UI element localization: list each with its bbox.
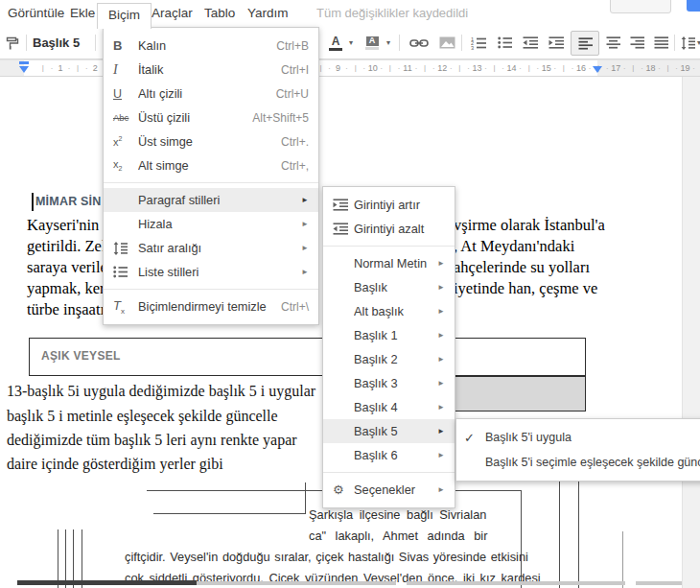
doc-paragraph-line[interactable]: , At Meydanı'ndaki	[454, 236, 574, 257]
menu-item-liste-stilleri[interactable]: Liste stilleri ►	[104, 260, 318, 284]
doc-paragraph-line[interactable]: vşirme olarak İstanbul'a	[454, 215, 605, 236]
superscript-icon: x2	[113, 135, 138, 148]
line-spacing-icon[interactable]	[679, 27, 696, 59]
menu-item-satir-araligi[interactable]: Satır aralığı ►	[104, 236, 318, 260]
ruler-tick: |	[319, 60, 321, 76]
menu-item-secenekler[interactable]: ⚙ Seçenekler ►	[323, 478, 455, 502]
menu-item-kalin[interactable]: B Kalın Ctrl+B	[104, 34, 318, 58]
align-center-icon[interactable]	[603, 27, 622, 59]
menu-item-baslik5-uygula[interactable]: ✓ Başlık 5'i uygula	[456, 425, 700, 450]
menu-item-ust-simge[interactable]: x2 Üst simge Ctrl+.	[104, 129, 318, 153]
numbered-list-icon[interactable]: 123	[469, 27, 488, 59]
doc-paragraph-line[interactable]: çiftçidir. Veysel'in doğduğu sıralar, çi…	[125, 550, 528, 564]
doc-paragraph-line[interactable]: başlık 5 i metinle eşleşecek şekilde gün…	[7, 407, 278, 426]
comments-button-fragment[interactable]	[610, 0, 671, 13]
doc-heading5-text[interactable]: MİMAR SİN	[35, 195, 101, 208]
align-justify-icon[interactable]	[651, 27, 670, 59]
ruler-number: 17	[611, 60, 620, 76]
menu-item-baslik[interactable]: Başlık ►	[323, 275, 455, 299]
ruler-dot: ·	[536, 60, 539, 76]
toolbar-divider	[95, 35, 96, 51]
menubar-item-tablo[interactable]: Tablo	[198, 0, 241, 27]
menu-item-alt-baslik[interactable]: Alt başlık ►	[323, 299, 455, 323]
submenu-arrow-icon: ►	[437, 283, 445, 292]
menu-item-baslik-2[interactable]: Başlık 2 ►	[323, 347, 455, 371]
doc-paragraph-line[interactable]: getirildi. Zel	[27, 236, 105, 257]
submenu-arrow-icon: ►	[437, 355, 445, 364]
submenu-arrow-icon: ►	[437, 259, 445, 268]
gear-icon: ⚙	[333, 482, 354, 497]
menu-item-girintiyi-azalt[interactable]: Girintiyi azalt	[323, 217, 455, 241]
doc-paragraph-line[interactable]: dediğimizde tüm başlık 5 leri aynı renkt…	[7, 431, 297, 450]
ruler-dot: ·	[467, 60, 470, 76]
menu-item-girintiyi-artir[interactable]: Girintiyi artır	[323, 193, 455, 217]
doc-paragraph-line[interactable]: türbe inşaatı	[27, 299, 105, 320]
share-button-fragment[interactable]	[687, 0, 700, 12]
ruler-tick: |	[389, 60, 391, 76]
save-status[interactable]: Tüm değişiklikler kaydedildi	[316, 0, 468, 27]
doc-paragraph-line[interactable]: yapmak, ker	[27, 278, 105, 299]
bullet-list-icon[interactable]	[495, 27, 514, 59]
list-styles-icon	[113, 266, 138, 278]
table-border-line	[153, 513, 306, 514]
doc-paragraph-line[interactable]: Şarkışla ilçesine bağlı Sivrialan	[309, 507, 486, 522]
table-border-line	[197, 581, 396, 585]
menubar-item-ekle[interactable]: Ekle	[64, 0, 101, 27]
insert-link-icon[interactable]	[407, 27, 432, 59]
align-left-icon[interactable]	[571, 31, 599, 56]
ruler-dot: ·	[345, 60, 348, 76]
menu-item-baslik-5[interactable]: Başlık 5 ►	[323, 419, 455, 443]
clear-format-icon: Tx	[113, 298, 138, 316]
table-border-line	[559, 478, 560, 588]
menu-item-baslik-6[interactable]: Başlık 6 ►	[323, 443, 455, 467]
doc-paragraph-line[interactable]: 13-başlık 5i uygula dediğimizde başlık 5…	[7, 382, 315, 401]
menu-item-normal-metin[interactable]: Normal Metin ►	[323, 251, 455, 275]
text-color-icon[interactable]: A	[327, 27, 344, 59]
ruler-number: 11	[403, 60, 411, 76]
doc-paragraph-line[interactable]: ahçelerinde su yolları	[454, 257, 590, 278]
doc-paragraph-line[interactable]: iyetinde han, çeşme ve	[454, 278, 597, 299]
strikethrough-icon: Abc	[113, 112, 138, 123]
indent-decrease-icon[interactable]	[521, 27, 540, 59]
right-indent-marker[interactable]	[593, 66, 602, 73]
menu-item-baslik-1[interactable]: Başlık 1 ►	[323, 323, 455, 347]
indent-increase-icon[interactable]	[547, 27, 566, 59]
menu-item-baslik-4[interactable]: Başlık 4 ►	[323, 395, 455, 419]
menu-item-baslik5-guncelle[interactable]: Başlık 5'i seçimle eşleşecek şekilde gün…	[456, 450, 700, 475]
doc-paragraph-line[interactable]: ca" lakaplı, Ahmet adında bir	[309, 529, 487, 543]
vertical-scrollbar[interactable]	[682, 76, 700, 588]
doc-paragraph-line[interactable]: Kayseri'nin	[27, 215, 99, 236]
menubar-item-yardim[interactable]: Yardım	[242, 0, 294, 27]
table-border-line	[305, 482, 306, 513]
highlight-color-dropdown-icon[interactable]: ▾	[384, 27, 393, 59]
line-spacing-dropdown-icon[interactable]: ▾	[695, 27, 700, 59]
align-right-icon[interactable]	[627, 27, 646, 59]
menu-item-alti-cizili[interactable]: U Altı çizili Ctrl+U	[104, 82, 318, 106]
doc-paragraph-line[interactable]: daire içinde gösterdiğim yerler gibi	[7, 455, 223, 474]
submenu-arrow-icon: ►	[301, 220, 309, 228]
menu-item-bicimlendirmeyi-temizle[interactable]: Tx Biçimlendirmeyi temizle Ctrl+\	[104, 294, 318, 318]
paint-format-icon[interactable]	[2, 27, 23, 59]
ruler-dot: ·	[398, 60, 401, 76]
insert-image-icon[interactable]	[436, 27, 457, 59]
menubar-item-bicim-open[interactable]: Biçim	[97, 3, 152, 29]
menubar-item-araclar[interactable]: Araçlar	[146, 0, 198, 27]
first-line-indent-marker[interactable]	[19, 61, 29, 64]
menu-item-italik[interactable]: I İtalik Ctrl+I	[104, 58, 318, 82]
menu-item-baslik-3[interactable]: Başlık 3 ►	[323, 371, 455, 395]
doc-paragraph-line[interactable]: saraya verile	[27, 257, 107, 278]
menubar-item-goruntule[interactable]: Görüntüle	[2, 0, 70, 27]
table-cell-heading[interactable]: AŞIK VEYSEL	[29, 338, 586, 376]
ruler-number: 14	[507, 60, 517, 76]
style-selector[interactable]: Başlık 5	[33, 27, 92, 59]
menu-item-ustu-cizili[interactable]: Abc Üstü çizili Alt+Shift+5	[104, 106, 318, 129]
ruler-dot: ·	[85, 60, 88, 76]
text-color-dropdown-icon[interactable]: ▾	[346, 27, 356, 59]
submenu-arrow-icon: ►	[437, 451, 445, 459]
highlight-color-icon[interactable]: A	[363, 27, 381, 59]
menu-item-hizala[interactable]: Hizala ►	[104, 212, 318, 236]
ruler-dot: ·	[415, 60, 418, 76]
menu-item-alt-simge[interactable]: x2 Alt simge Ctrl+,	[104, 153, 318, 177]
left-indent-marker[interactable]	[19, 66, 29, 73]
menu-item-paragraf-stilleri[interactable]: Paragraf stilleri ►	[104, 188, 318, 212]
